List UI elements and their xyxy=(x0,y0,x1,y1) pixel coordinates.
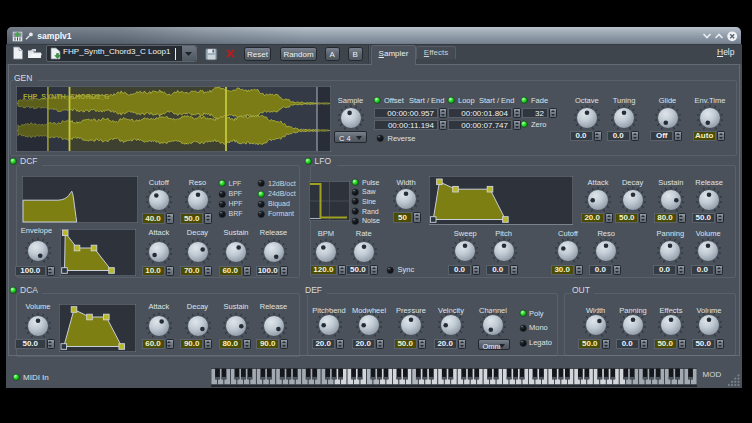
svg-text:FHP_SYNTH_CHORD3_C: FHP_SYNTH_CHORD3_C xyxy=(23,92,109,101)
